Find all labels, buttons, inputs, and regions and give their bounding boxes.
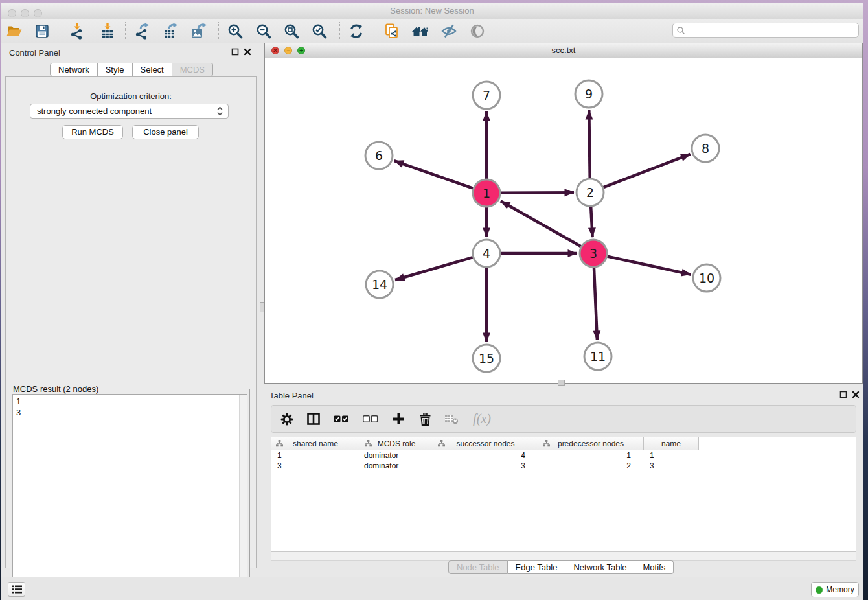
result-scrollbar[interactable] <box>239 395 247 600</box>
create-new-column-icon[interactable] <box>391 412 405 426</box>
graph-edge-3-10[interactable] <box>607 257 691 275</box>
graph-edge-4-14[interactable] <box>395 257 473 280</box>
tab-motifs[interactable]: Motifs <box>635 560 674 574</box>
tab-edge-table[interactable]: Edge Table <box>508 560 566 574</box>
tab-mcds[interactable]: MCDS <box>172 63 213 76</box>
column-header-successor-nodes[interactable]: successor nodes <box>433 437 538 450</box>
mcds-result-textarea[interactable]: 1 3 <box>12 394 247 600</box>
toolbar-search[interactable] <box>672 23 859 38</box>
import-network-icon[interactable] <box>68 22 86 40</box>
mcds-result-box: MCDS result (2 nodes) 1 3 <box>10 384 250 600</box>
chevron-up-down-icon <box>217 106 223 116</box>
network-window-titlebar: ✕ − + scc.txt <box>265 43 862 58</box>
graph-edge-3-1[interactable] <box>501 201 581 246</box>
table-horizontal-scrollbar[interactable] <box>271 552 856 561</box>
zoom-out-icon[interactable] <box>255 22 273 40</box>
float-icon[interactable] <box>231 48 239 56</box>
column-header-predecessor-nodes[interactable]: predecessor nodes <box>538 437 644 450</box>
window-title: Session: New Session <box>1 6 863 16</box>
select-all-columns-icon[interactable] <box>333 412 350 426</box>
network-window-title: scc.txt <box>265 45 862 55</box>
graph-node-label-11: 11 <box>590 349 606 363</box>
column-type-icon <box>543 440 550 447</box>
graph-edge-1-6[interactable] <box>394 161 474 188</box>
new-network-from-selection-icon[interactable] <box>383 22 401 40</box>
status-bar: Memory <box>1 577 863 600</box>
application-window: Session: New Session <box>1 3 863 600</box>
network-resize-grip[interactable] <box>558 380 565 386</box>
hide-graphics-details-icon[interactable] <box>440 22 458 40</box>
export-image-icon[interactable] <box>189 22 207 40</box>
mcds-result-title: MCDS result (2 nodes) <box>12 384 100 394</box>
list-icon <box>12 585 22 594</box>
unselect-all-columns-icon[interactable] <box>362 412 379 426</box>
titlebar: Session: New Session <box>1 3 863 20</box>
criterion-dropdown[interactable]: strongly connected component <box>30 104 229 119</box>
two-houses-icon[interactable] <box>411 22 429 40</box>
tab-network[interactable]: Network <box>50 63 98 76</box>
toolbar-separator <box>125 22 126 40</box>
table-row[interactable]: 3 dominator 3 2 3 <box>271 461 856 471</box>
network-canvas[interactable]: 7968124314101511 <box>265 58 862 383</box>
graph-node-label-4: 4 <box>483 246 490 260</box>
export-network-icon[interactable] <box>133 22 151 40</box>
graph-node-label-8: 8 <box>702 141 709 156</box>
show-columns-icon[interactable] <box>306 412 321 426</box>
network-view-window: ✕ − + scc.txt 7968124314101511 <box>264 43 863 384</box>
tab-select[interactable]: Select <box>133 63 172 76</box>
table-panel-tabs: Node Table Edge Table Network Table Moti… <box>448 560 674 574</box>
table-row[interactable]: 1 dominator 4 1 1 <box>271 450 856 461</box>
toolbar-separator <box>339 22 340 40</box>
float-icon[interactable] <box>839 391 847 398</box>
control-panel-window-controls <box>231 48 251 56</box>
run-mcds-button[interactable]: Run MCDS <box>62 125 123 139</box>
function-builder-icon-disabled: f(x) <box>471 412 493 426</box>
save-session-icon[interactable] <box>33 22 51 40</box>
graph-edge-2-9[interactable] <box>589 110 589 178</box>
bird-eye-view-icon[interactable] <box>468 22 486 40</box>
column-header-mcds-role[interactable]: MCDS role <box>360 437 433 450</box>
tab-network-table[interactable]: Network Table <box>565 560 635 574</box>
graph-edge-2-8[interactable] <box>604 154 691 187</box>
graph-node-label-3: 3 <box>589 246 597 260</box>
column-header-name[interactable]: name <box>644 437 699 450</box>
memory-button[interactable]: Memory <box>811 582 859 597</box>
column-type-icon <box>276 440 283 447</box>
task-history-button[interactable] <box>8 582 25 597</box>
tab-style[interactable]: Style <box>98 63 133 76</box>
graph-edge-3-11[interactable] <box>594 268 597 340</box>
table-header-row: shared name MCDS role successor nodes pr… <box>271 437 699 450</box>
open-session-icon[interactable] <box>5 22 23 40</box>
criterion-value: strongly connected component <box>37 106 152 116</box>
delete-column-trash-icon[interactable] <box>418 412 432 426</box>
graph-edge-2-3[interactable] <box>591 207 593 237</box>
export-table-icon[interactable] <box>161 22 179 40</box>
toolbar-separator <box>218 22 219 40</box>
table-settings-gear-icon[interactable] <box>280 412 294 426</box>
column-type-icon <box>438 440 445 447</box>
close-icon[interactable] <box>244 48 251 56</box>
search-input[interactable] <box>685 25 856 36</box>
graph-edge-1-2[interactable] <box>501 192 574 193</box>
close-icon[interactable] <box>852 391 860 398</box>
delete-table-icon-disabled <box>444 412 459 426</box>
zoom-in-icon[interactable] <box>226 22 244 40</box>
memory-status-dot <box>816 586 823 594</box>
search-icon <box>676 26 685 35</box>
column-type-icon <box>365 440 372 447</box>
zoom-fit-icon[interactable] <box>282 22 301 40</box>
column-header-shared-name[interactable]: shared name <box>271 437 360 450</box>
tab-node-table[interactable]: Node Table <box>448 560 508 574</box>
memory-label: Memory <box>826 585 854 594</box>
result-line: 1 <box>16 396 21 407</box>
mcds-panel: Optimization criterion: strongly connect… <box>5 76 257 568</box>
close-panel-button[interactable]: Close panel <box>132 125 199 139</box>
network-graph[interactable]: 7968124314101511 <box>265 58 862 383</box>
graph-node-label-9: 9 <box>585 87 593 101</box>
table-panel-title: Table Panel <box>269 391 314 400</box>
import-table-icon[interactable] <box>98 22 117 40</box>
refresh-layout-icon[interactable] <box>347 22 365 40</box>
toolbar-separator <box>376 22 376 40</box>
graph-node-label-1: 1 <box>483 186 490 200</box>
zoom-selected-icon[interactable] <box>310 22 328 40</box>
